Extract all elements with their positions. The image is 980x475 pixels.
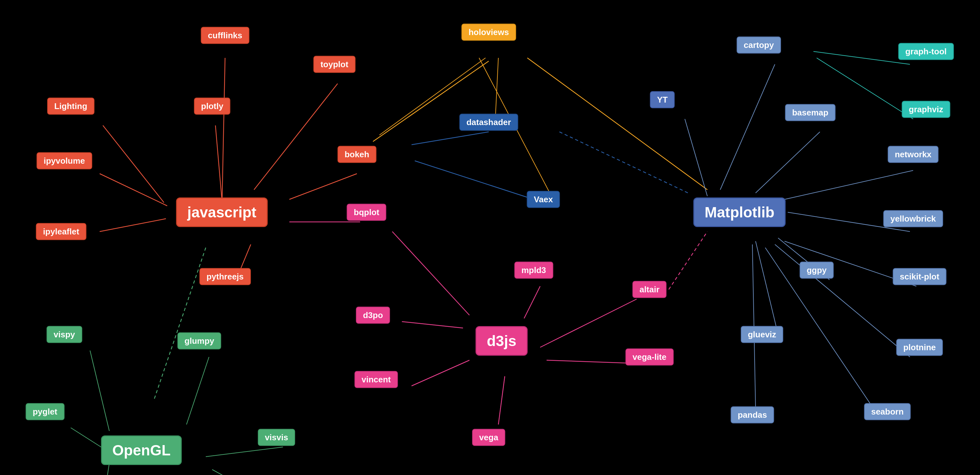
node-ipyvolume: ipyvolume	[37, 153, 92, 169]
svg-line-9	[154, 248, 206, 399]
node-pyglet: pyglet	[26, 403, 65, 420]
svg-line-40	[186, 357, 209, 424]
svg-line-26	[720, 64, 775, 190]
node-matplotlib: Matplotlib	[693, 198, 786, 227]
svg-line-0	[222, 58, 225, 212]
node-plotly: plotly	[194, 98, 230, 115]
node-vaex: Vaex	[527, 191, 560, 208]
node-d3js: d3js	[476, 326, 528, 356]
svg-line-21	[412, 360, 469, 386]
node-holoviews: holoviews	[461, 24, 516, 41]
svg-line-19	[524, 286, 540, 319]
node-glumpy: glumpy	[178, 333, 221, 349]
svg-line-12	[415, 161, 534, 199]
node-ipyleaflet: ipyleaflet	[36, 223, 86, 240]
node-bokeh: bokeh	[337, 146, 377, 163]
node-graphtool: graph-tool	[898, 43, 954, 60]
svg-line-33	[756, 241, 778, 335]
svg-line-39	[90, 351, 109, 431]
node-cartopy: cartopy	[737, 37, 781, 54]
node-bqplot: bqplot	[347, 204, 386, 221]
svg-line-27	[685, 119, 707, 196]
node-datashader: datashader	[460, 114, 518, 131]
node-yt: YT	[650, 91, 675, 108]
svg-line-11	[412, 132, 489, 145]
node-cufflinks: cufflinks	[201, 27, 250, 44]
svg-line-24	[547, 360, 636, 363]
svg-line-4	[103, 126, 164, 202]
node-networkx: networkx	[888, 146, 939, 163]
node-javascript: javascript	[176, 198, 268, 227]
network-graph	[0, 0, 980, 475]
svg-line-43	[212, 470, 288, 475]
node-seaborn: seaborn	[864, 403, 910, 420]
node-vispy: vispy	[47, 326, 82, 343]
node-d3po: d3po	[356, 307, 390, 324]
svg-line-37	[813, 51, 910, 64]
svg-line-5	[100, 174, 167, 206]
node-ggpy: ggpy	[800, 262, 834, 279]
svg-line-23	[540, 299, 636, 347]
svg-line-1	[215, 126, 222, 199]
node-mpld3: mpld3	[514, 262, 553, 279]
node-graphviz: graphviz	[902, 101, 950, 118]
svg-line-2	[254, 84, 337, 190]
node-lighting: Lighting	[47, 98, 94, 115]
svg-line-18	[392, 231, 469, 315]
node-glueviz: glueviz	[741, 326, 783, 343]
svg-line-20	[402, 322, 463, 328]
node-pandas: pandas	[730, 406, 774, 424]
node-vegalite: vega-lite	[625, 349, 674, 366]
svg-line-29	[784, 171, 913, 199]
svg-line-3	[290, 174, 357, 199]
node-altair: altair	[632, 281, 667, 298]
svg-line-13	[560, 132, 688, 193]
svg-line-28	[756, 132, 820, 193]
svg-line-6	[100, 219, 166, 231]
node-vincent: vincent	[354, 371, 398, 388]
svg-line-14	[527, 58, 707, 190]
node-scikitplot: scikit-plot	[893, 268, 947, 285]
node-visvis: visvis	[258, 429, 295, 446]
node-pythreejs: pythreejs	[199, 268, 251, 285]
node-toyplot: toyplot	[313, 56, 356, 73]
node-opengl: OpenGL	[101, 435, 182, 465]
node-plotnine: plotnine	[896, 339, 943, 356]
svg-line-22	[498, 376, 505, 424]
node-basemap: basemap	[785, 104, 836, 121]
node-yellowbrick: yellowbrick	[883, 210, 943, 227]
node-vega: vega	[472, 429, 505, 446]
svg-line-25	[669, 231, 707, 289]
svg-line-42	[206, 447, 283, 457]
